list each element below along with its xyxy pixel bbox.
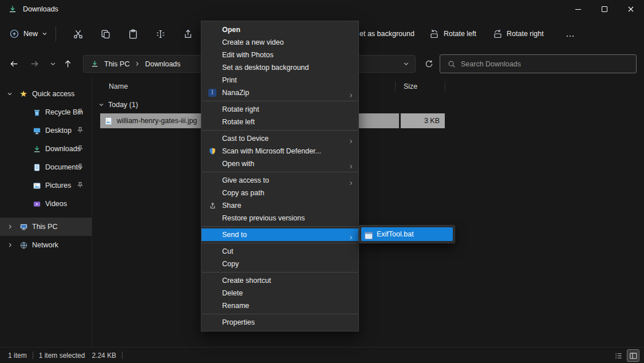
navigation-pane: ★ Quick access Recycle Bin Desktop Downl…	[0, 85, 92, 347]
paste-button[interactable]	[119, 29, 147, 40]
menu-separator	[202, 101, 358, 101]
share-button[interactable]	[174, 29, 202, 40]
sidebar-item-recycle-bin[interactable]: Recycle Bin	[0, 103, 92, 121]
forward-icon	[30, 59, 39, 69]
status-bar: 1 item 1 item selected 2.24 KB	[0, 347, 644, 363]
close-icon	[627, 6, 634, 13]
submenu-arrow-icon	[349, 90, 353, 102]
sidebar-item-label: Pictures	[45, 182, 71, 190]
share-icon	[183, 29, 193, 40]
sidebar-item-network[interactable]: Network	[0, 236, 92, 254]
window-controls	[565, 0, 644, 18]
sidebar-item-desktop[interactable]: Desktop	[0, 121, 92, 140]
menu-separator	[202, 172, 358, 172]
set-as-background-label: et as background	[359, 30, 414, 38]
details-view-button[interactable]	[612, 349, 625, 362]
new-button-label: New	[23, 30, 38, 38]
sidebar-item-documents[interactable]: Documents	[0, 158, 92, 176]
sidebar-item-quick-access[interactable]: ★ Quick access	[0, 85, 92, 103]
cut-button[interactable]	[64, 29, 92, 40]
menu-item-open-with[interactable]: Open with	[202, 157, 358, 170]
share-icon	[208, 201, 217, 210]
minimize-button[interactable]	[565, 0, 591, 18]
cut-icon	[73, 29, 84, 40]
rename-button[interactable]	[147, 29, 174, 40]
rotate-left-label: Rotate left	[444, 30, 476, 38]
see-more-button[interactable]: …	[566, 18, 575, 49]
new-button[interactable]: New	[9, 29, 48, 39]
pin-icon	[77, 108, 84, 117]
videos-icon	[31, 200, 42, 208]
menu-item-properties[interactable]: Properties	[202, 316, 358, 329]
menu-item-delete[interactable]: Delete	[202, 287, 358, 299]
group-header-today[interactable]: Today (1)	[98, 101, 138, 109]
column-header-size[interactable]: Size	[404, 82, 417, 90]
menu-item-copy-as-path[interactable]: Copy as path	[202, 187, 358, 199]
file-list-pane: Name Size Today (1) william-henry-gates-…	[92, 77, 644, 347]
menu-item-label: Give access to	[222, 176, 269, 184]
context-menu: Open Create a new video Edit with Photos…	[201, 21, 359, 332]
thumbnail-view-button[interactable]	[627, 349, 639, 362]
menu-item-copy[interactable]: Copy	[202, 258, 358, 270]
menu-item-create-shortcut[interactable]: Create shortcut	[202, 274, 358, 287]
menu-item-share[interactable]: Share	[202, 199, 358, 212]
menu-item-set-as-desktop-background[interactable]: Set as desktop background	[202, 61, 358, 74]
menu-item-restore-previous-versions[interactable]: Restore previous versions	[202, 212, 358, 224]
column-divider[interactable]	[395, 81, 396, 92]
toolbar-divider	[56, 26, 56, 41]
chevron-right-icon[interactable]	[6, 242, 14, 248]
search-box[interactable]	[440, 54, 637, 73]
sidebar-item-videos[interactable]: Videos	[0, 195, 92, 213]
menu-item-rotate-right[interactable]: Rotate right	[202, 103, 358, 116]
address-dropdown-button[interactable]	[403, 61, 409, 69]
menu-item-print[interactable]: Print	[202, 74, 358, 86]
titlebar: Downloads	[0, 0, 644, 18]
menu-item-cast-to-device[interactable]: Cast to Device	[202, 132, 358, 145]
breadcrumb-downloads[interactable]: Downloads	[145, 60, 180, 68]
rotate-right-button[interactable]: Rotate right	[492, 18, 544, 49]
menu-item-send-to[interactable]: Send to	[202, 228, 358, 241]
sidebar-item-pictures[interactable]: Pictures	[0, 176, 92, 195]
menu-item-open[interactable]: Open	[202, 23, 358, 36]
search-input[interactable]	[461, 60, 636, 68]
this-pc-icon	[18, 223, 29, 231]
back-button[interactable]	[5, 54, 23, 73]
details-view-icon	[614, 352, 623, 360]
menu-item-create-a-new-video[interactable]: Create a new video	[202, 36, 358, 49]
quick-access-star-icon: ★	[18, 89, 29, 99]
back-icon	[9, 59, 19, 69]
refresh-button[interactable]	[420, 54, 437, 73]
copy-button[interactable]	[92, 29, 119, 40]
menu-item-edit-with-photos[interactable]: Edit with Photos	[202, 49, 358, 61]
pin-icon	[77, 182, 84, 190]
menu-item-nanazip[interactable]: NanaZip	[202, 86, 358, 99]
chevron-down-icon[interactable]	[6, 91, 14, 97]
forward-button[interactable]	[25, 54, 44, 73]
menu-item-rename[interactable]: Rename	[202, 299, 358, 312]
column-header-name[interactable]: Name	[109, 82, 128, 90]
refresh-icon	[425, 60, 433, 68]
menu-item-cut[interactable]: Cut	[202, 245, 358, 258]
chevron-right-icon	[135, 61, 140, 67]
status-divider	[122, 352, 123, 359]
menu-item-give-access-to[interactable]: Give access to	[202, 174, 358, 187]
breadcrumb-this-pc[interactable]: This PC	[104, 60, 129, 68]
menu-separator	[202, 314, 358, 314]
documents-icon	[31, 163, 42, 172]
submenu-item-exiftool[interactable]: ExifTool.bat	[361, 227, 453, 241]
column-divider[interactable]	[445, 81, 445, 92]
menu-separator	[202, 226, 358, 227]
sidebar-item-this-pc[interactable]: This PC	[0, 218, 92, 236]
close-button[interactable]	[618, 0, 644, 18]
rotate-left-icon	[429, 29, 440, 39]
maximize-button[interactable]	[591, 0, 618, 18]
menu-item-label: Cast to Device	[222, 135, 268, 143]
rotate-left-button[interactable]: Rotate left	[429, 18, 476, 49]
submenu-arrow-icon	[349, 232, 353, 244]
menu-item-rotate-left[interactable]: Rotate left	[202, 116, 358, 128]
chevron-right-icon[interactable]	[6, 224, 14, 230]
sidebar-item-downloads[interactable]: Downloads	[0, 140, 92, 158]
menu-item-scan-with-defender[interactable]: Scan with Microsoft Defender...	[202, 145, 358, 157]
up-button[interactable]	[58, 54, 77, 73]
set-as-background-button[interactable]: et as background	[359, 18, 414, 49]
